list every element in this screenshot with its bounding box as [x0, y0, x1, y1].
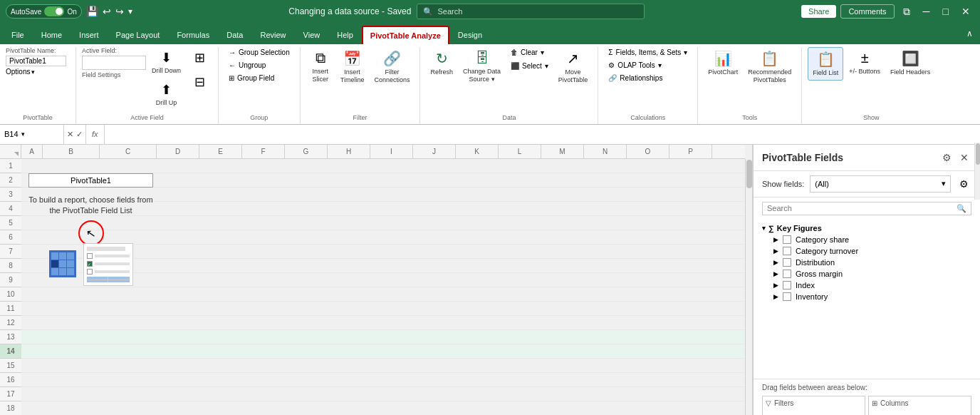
col-header-m[interactable]: M: [541, 145, 584, 158]
col-header-a[interactable]: A: [21, 145, 43, 158]
field-checkbox-inventory[interactable]: [783, 292, 791, 301]
undo-icon[interactable]: ↩: [103, 6, 111, 17]
field-item-inventory[interactable]: ▶ Inventory: [762, 291, 971, 302]
grid-row-15[interactable]: [21, 359, 745, 373]
select-button[interactable]: ⬛ Select ▾: [506, 61, 553, 71]
fields-scrollbar[interactable]: [974, 143, 980, 200]
row-header-4[interactable]: 4: [0, 202, 21, 216]
vertical-scrollbar[interactable]: [745, 159, 752, 415]
row-header-13[interactable]: 13: [0, 330, 21, 344]
ungroup-button[interactable]: ← Ungroup: [224, 60, 294, 71]
row-header-8[interactable]: 8: [0, 259, 21, 273]
tab-page-layout[interactable]: Page Layout: [108, 26, 169, 44]
grid-row-12[interactable]: [21, 316, 745, 330]
save-icon[interactable]: 💾: [86, 6, 98, 17]
panel-search-input[interactable]: [767, 204, 954, 212]
group-selection-button[interactable]: → Group Selection: [224, 47, 294, 58]
row-header-6[interactable]: 6: [0, 230, 21, 245]
change-data-source-button[interactable]: 🗄 Change DataSource ▾: [459, 47, 505, 86]
field-checkbox-distribution[interactable]: [783, 258, 791, 267]
recommended-pivottables-button[interactable]: 📋 RecommendedPivotTables: [744, 47, 796, 87]
col-header-f[interactable]: F: [242, 145, 285, 158]
name-box[interactable]: B14 ▾: [0, 125, 64, 144]
minimize-icon[interactable]: ─: [919, 6, 934, 17]
row-header-17[interactable]: 17: [0, 387, 21, 401]
field-list-button[interactable]: 📋 Field List: [808, 47, 843, 81]
field-item-category-turnover[interactable]: ▶ Category turnover: [762, 245, 971, 257]
col-header-o[interactable]: O: [627, 145, 669, 158]
area-columns[interactable]: ⊞ Columns: [868, 396, 971, 415]
expand-button[interactable]: ⊞: [187, 47, 212, 70]
field-item-gross-margin[interactable]: ▶ Gross margin: [762, 268, 971, 280]
field-checkbox-category-turnover[interactable]: [783, 247, 791, 255]
row-header-1[interactable]: 1: [0, 159, 21, 173]
grid-row-17[interactable]: [21, 387, 745, 401]
row-header-3[interactable]: 3: [0, 188, 21, 202]
select-all-corner[interactable]: [0, 145, 21, 159]
autosave-toggle[interactable]: [44, 6, 64, 16]
cancel-formula-icon[interactable]: ✕: [67, 130, 73, 139]
fields-items-sets-button[interactable]: Σ Fields, Items, & Sets ▾: [604, 47, 692, 58]
tab-design[interactable]: Design: [449, 26, 491, 44]
insert-slicer-button[interactable]: ⧉ InsertSlicer: [306, 47, 335, 86]
comments-button[interactable]: Comments: [840, 4, 894, 19]
collapse-button[interactable]: ⊟: [187, 71, 212, 94]
col-header-g[interactable]: G: [285, 145, 328, 158]
tab-file[interactable]: File: [3, 26, 33, 44]
plus-minus-button[interactable]: ± +/- Buttons: [845, 47, 885, 78]
tab-home[interactable]: Home: [33, 26, 71, 44]
row-header-5[interactable]: 5: [0, 216, 21, 230]
col-header-n[interactable]: N: [584, 145, 627, 158]
col-header-k[interactable]: K: [456, 145, 499, 158]
field-group-header[interactable]: ▾ ∑ Key Figures: [762, 222, 971, 234]
col-header-p[interactable]: P: [669, 145, 712, 158]
show-fields-select[interactable]: (All) ▾: [810, 175, 951, 193]
field-item-distribution[interactable]: ▶ Distribution: [762, 257, 971, 268]
refresh-button[interactable]: ↻ Refresh: [426, 47, 457, 79]
row-header-15[interactable]: 15: [0, 359, 21, 373]
col-header-e[interactable]: E: [199, 145, 242, 158]
field-checkbox-gross-margin[interactable]: [783, 270, 791, 278]
col-header-l[interactable]: L: [499, 145, 541, 158]
field-item-index[interactable]: ▶ Index: [762, 280, 971, 291]
autosave-badge[interactable]: AutoSave On: [6, 4, 82, 19]
confirm-formula-icon[interactable]: ✓: [76, 130, 83, 139]
formula-input[interactable]: [105, 125, 980, 144]
clear-button[interactable]: 🗑 Clear ▾: [506, 47, 553, 58]
drill-up-button[interactable]: ⬆ Drill Up: [152, 79, 182, 110]
col-header-h[interactable]: H: [328, 145, 370, 158]
share-button[interactable]: Share: [801, 5, 836, 18]
search-bar[interactable]: 🔍 Search: [417, 4, 645, 19]
grid-row-10[interactable]: [21, 287, 745, 302]
grid-row-18[interactable]: [21, 401, 745, 415]
row-header-12[interactable]: 12: [0, 316, 21, 330]
pivottable-name-input[interactable]: [6, 56, 66, 66]
field-settings-button[interactable]: Field Settings: [82, 71, 146, 78]
tab-pivottable-analyze[interactable]: PivotTable Analyze: [362, 26, 449, 44]
grid-row-13[interactable]: [21, 330, 745, 344]
formula-bar-fx[interactable]: fx: [86, 125, 105, 144]
filter-connections-button[interactable]: 🔗 FilterConnections: [370, 47, 414, 87]
grid-row-16[interactable]: [21, 373, 745, 387]
maximize-icon[interactable]: □: [939, 6, 953, 17]
row-header-16[interactable]: 16: [0, 373, 21, 387]
pivotchart-button[interactable]: 📊 PivotChart: [704, 47, 742, 79]
tab-help[interactable]: Help: [328, 26, 362, 44]
row-header-14[interactable]: 14: [0, 344, 21, 359]
tab-formulas[interactable]: Formulas: [168, 26, 218, 44]
row-header-18[interactable]: 18: [0, 401, 21, 415]
row-header-10[interactable]: 10: [0, 287, 21, 302]
panel-close-icon[interactable]: ✕: [957, 150, 971, 165]
grid-row-14-sel[interactable]: [21, 344, 745, 359]
col-header-d[interactable]: D: [157, 145, 199, 158]
redo-icon[interactable]: ↪: [115, 6, 124, 17]
name-box-dropdown-icon[interactable]: ▾: [21, 130, 25, 138]
row-header-7[interactable]: 7: [0, 245, 21, 259]
options-button[interactable]: Options ▾: [6, 68, 70, 76]
tab-view[interactable]: View: [295, 26, 329, 44]
insert-timeline-button[interactable]: 📅 InsertTimeline: [336, 47, 369, 87]
row-header-9[interactable]: 9: [0, 273, 21, 287]
col-header-c[interactable]: C: [100, 145, 157, 158]
tab-review[interactable]: Review: [251, 26, 294, 44]
tab-insert[interactable]: Insert: [71, 26, 108, 44]
